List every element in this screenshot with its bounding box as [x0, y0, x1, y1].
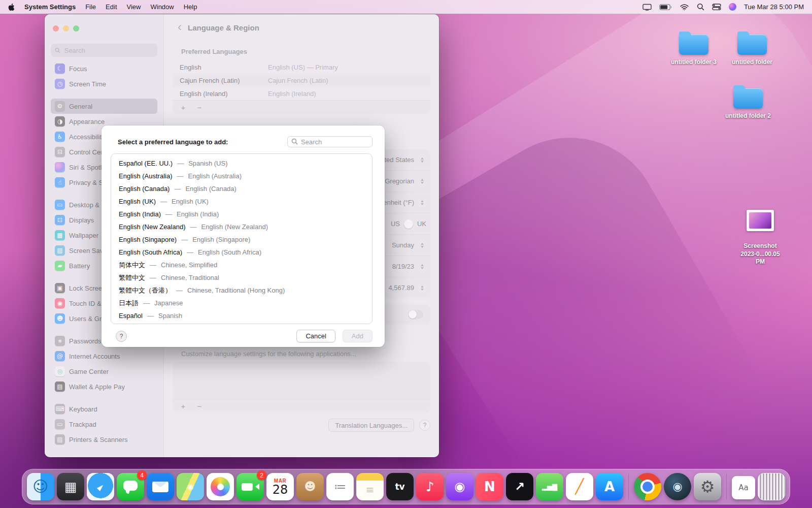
dock-calendar[interactable]: 28 [266, 473, 294, 500]
dock-system-settings[interactable]: ⚙ [694, 473, 721, 500]
language-option-english-india[interactable]: English (India) — English (India) [111, 208, 372, 220]
dock-facetime[interactable]: 2 [236, 473, 264, 500]
wifi-icon[interactable] [680, 4, 689, 11]
dock-pages[interactable]: ╱ [566, 473, 593, 500]
select-stepper-icon[interactable] [418, 264, 426, 269]
language-option-english-uk[interactable]: English (UK) — English (UK) [111, 195, 372, 208]
language-option-spanish[interactable]: Español — Spanish [111, 309, 372, 322]
menubar-clock[interactable]: Tue Mar 28 5:00 PM [744, 3, 804, 11]
desktop-icon-screenshot-2023-0-00-05-pm[interactable]: Screenshot 2023-0...00.05 PM [736, 210, 785, 266]
language-option-chinese-simplified[interactable]: 简体中文 — Chinese, Simplified [111, 259, 372, 271]
sidebar-item-keyboard[interactable]: ⌨ Keyboard [51, 401, 157, 417]
dock-contacts[interactable]: ☻ [296, 473, 324, 500]
select-stepper-icon[interactable] [418, 179, 426, 184]
remove-application-button[interactable]: − [195, 402, 204, 410]
dock-launchpad[interactable]: ▦ [57, 473, 84, 500]
dock-stocks[interactable]: ↗ [506, 473, 533, 500]
dock-steam[interactable]: ◉ [664, 473, 691, 500]
menu-window[interactable]: Window [150, 3, 174, 11]
dialog-search-input[interactable] [287, 136, 373, 147]
sidebar-item-internet-accounts[interactable]: @ Internet Accounts [51, 348, 157, 364]
siri-icon[interactable] [729, 3, 736, 11]
select-stepper-icon[interactable] [418, 285, 426, 291]
language-option-name: Español [119, 312, 143, 320]
language-option-english-singapore[interactable]: English (Singapore) — English (Singapore… [111, 233, 372, 246]
notes-icon: ≡ [356, 473, 384, 500]
dock-news[interactable]: N [476, 473, 503, 500]
select-stepper-icon[interactable] [418, 243, 426, 248]
cancel-button[interactable]: Cancel [296, 330, 335, 342]
dialog-help-button[interactable]: ? [116, 331, 127, 342]
dock-notes[interactable]: ≡ [356, 473, 384, 500]
dialog-search[interactable] [287, 136, 373, 147]
sidebar-item-printers-scanners[interactable]: ▤ Printers & Scanners [51, 432, 157, 447]
sidebar-item-wallet-apple-pay[interactable]: ▤ Wallet & Apple Pay [51, 379, 157, 394]
add-language-button[interactable]: + [179, 103, 188, 112]
sidebar-item-trackpad[interactable]: ▭ Trackpad [51, 417, 157, 432]
close-button[interactable] [53, 25, 59, 31]
language-option-chinese-traditional[interactable]: 繁體中文 — Chinese, Traditional [111, 271, 372, 284]
language-option-japanese[interactable]: 日本語 — Japanese [111, 297, 372, 309]
menu-file[interactable]: File [85, 3, 96, 11]
dock-reminders[interactable]: ≔ [326, 473, 354, 500]
uk-option[interactable]: UK [417, 220, 426, 228]
sidebar-item-screen-time[interactable]: ◷ Screen Time [51, 76, 157, 91]
menu-view[interactable]: View [127, 3, 141, 11]
preferred-language-row[interactable]: English (Ireland) English (Ireland) [173, 87, 430, 100]
dock-safari[interactable]: ► [87, 473, 114, 500]
dock-maps[interactable]: ◉ [177, 473, 204, 500]
us-uk-toggle-knob[interactable] [404, 219, 413, 229]
add-button[interactable]: Add [343, 330, 373, 342]
translation-languages-button[interactable]: Translation Languages... [328, 419, 414, 432]
language-option-english-canada[interactable]: English (Canada) — English (Canada) [111, 182, 372, 195]
dock-app-store[interactable]: A [596, 473, 623, 500]
toggle-switch[interactable] [408, 310, 423, 319]
search-icon[interactable] [697, 3, 704, 11]
sidebar-search-input[interactable] [63, 46, 153, 55]
desktop-icon-untitled-folder[interactable]: untitled folder [729, 35, 775, 67]
language-list[interactable]: Español (EE. UU.) — Spanish (US) English… [111, 153, 373, 324]
language-option-english-south-africa[interactable]: English (South Africa) — English (South … [111, 246, 372, 259]
separator-dash: — [143, 299, 150, 307]
us-option[interactable]: US [391, 220, 400, 228]
language-option-english-australia[interactable]: English (Australia) — English (Australia… [111, 170, 372, 182]
dock-music[interactable]: ♪ [416, 473, 444, 500]
select-stepper-icon[interactable] [418, 157, 426, 163]
battery-icon[interactable] [659, 4, 672, 10]
dock-trash[interactable] [758, 473, 785, 500]
sidebar-search[interactable] [51, 44, 157, 57]
back-chevron-icon[interactable]: ‹ [178, 21, 182, 33]
minimize-button[interactable] [63, 25, 69, 31]
zoom-button[interactable] [73, 25, 79, 31]
language-option-english-new-zealand[interactable]: English (New Zealand) — English (New Zea… [111, 220, 372, 233]
preferred-languages-rows: English English (US) — Primary Cajun Fre… [173, 60, 430, 100]
sidebar-item-general[interactable]: ⚙ General [51, 99, 157, 114]
dock-messages[interactable]: 4 [117, 473, 144, 500]
menubar-app-name[interactable]: System Settings [24, 3, 76, 11]
preferred-language-row[interactable]: English English (US) — Primary [173, 60, 430, 74]
dock-finder[interactable]: ☺ [27, 473, 54, 500]
menu-edit[interactable]: Edit [106, 3, 117, 11]
dock-chrome[interactable] [634, 473, 661, 500]
select-stepper-icon[interactable] [418, 200, 426, 205]
add-application-button[interactable]: + [179, 402, 188, 410]
dock-mail[interactable] [147, 473, 174, 500]
display-icon[interactable] [642, 4, 652, 11]
language-option-chinese-traditional-hong-kong[interactable]: 繁體中文（香港） — Chinese, Traditional (Hong Ko… [111, 284, 372, 297]
dock-numbers[interactable]: ▂▅▇ [536, 473, 563, 500]
sidebar-item-focus[interactable]: ☾ Focus [51, 61, 157, 76]
remove-language-button[interactable]: − [195, 103, 204, 112]
dock-textedit[interactable]: Aa [732, 476, 755, 499]
menu-help[interactable]: Help [184, 3, 197, 11]
desktop-icon-untitled-folder-3[interactable]: untitled folder 3 [671, 35, 717, 67]
desktop-icon-untitled-folder-2[interactable]: untitled folder 2 [725, 88, 771, 120]
apple-menu[interactable] [8, 3, 15, 11]
dock-podcasts[interactable]: ◉ [446, 473, 473, 500]
help-button[interactable]: ? [419, 420, 430, 431]
dock-apple-tv[interactable]: tv [386, 473, 414, 500]
preferred-language-row[interactable]: Cajun French (Latin) Cajun French (Latin… [173, 74, 430, 87]
language-option-spanish-us[interactable]: Español (EE. UU.) — Spanish (US) [111, 157, 372, 170]
control-center-icon[interactable] [712, 4, 721, 10]
sidebar-item-game-center[interactable]: ◎ Game Center [51, 364, 157, 379]
dock-photos[interactable] [207, 473, 234, 500]
